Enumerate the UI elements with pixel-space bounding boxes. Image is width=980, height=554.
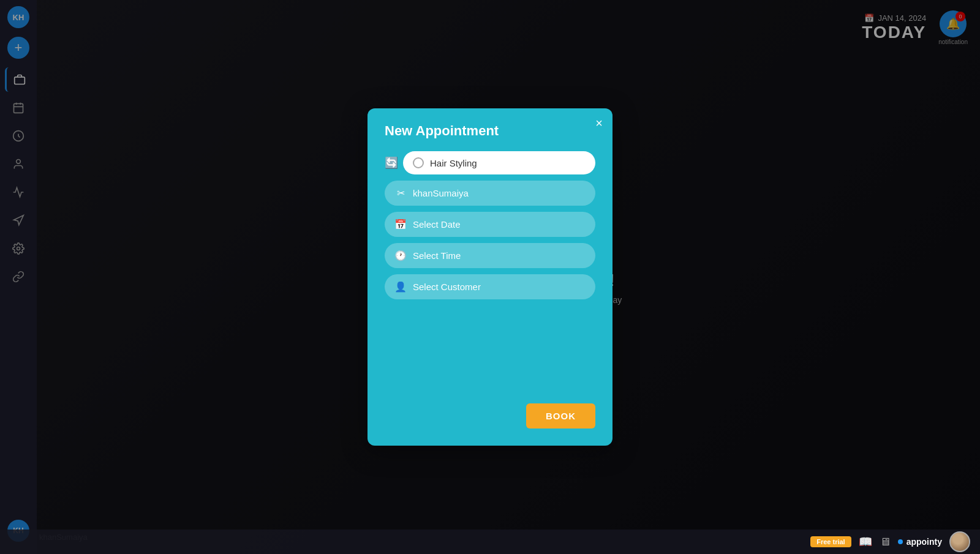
new-appointment-modal: × New Appointment 🔄 Hair Styling ✂ khanS… [368, 108, 612, 446]
modal-title: New Appointment [385, 123, 595, 139]
free-trial-badge[interactable]: Free trial [810, 536, 851, 547]
modal-backdrop: × New Appointment 🔄 Hair Styling ✂ khanS… [0, 0, 980, 554]
staff-field[interactable]: ✂ khanSumaiya [385, 181, 595, 206]
customer-placeholder: Select Customer [413, 282, 481, 292]
service-input[interactable]: Hair Styling [403, 151, 595, 174]
appointy-logo: appointy [898, 537, 942, 547]
staff-name: khanSumaiya [413, 188, 469, 198]
bottom-user-photo [949, 531, 970, 552]
service-name-text: Hair Styling [430, 158, 477, 168]
bottom-bar: Free trial 📖 🖥 appointy [0, 530, 980, 554]
help-icon[interactable]: 📖 [859, 535, 872, 548]
date-field[interactable]: 📅 Select Date [385, 212, 595, 237]
scissors-icon: ✂ [394, 187, 407, 199]
service-row: 🔄 Hair Styling [385, 151, 595, 174]
customer-field[interactable]: 👤 Select Customer [385, 274, 595, 299]
service-circle-icon [413, 157, 424, 168]
calendar-field-icon: 📅 [394, 219, 407, 230]
screen-icon[interactable]: 🖥 [880, 536, 891, 548]
modal-body: 🔄 Hair Styling ✂ khanSumaiya 📅 Select Da… [385, 151, 595, 429]
time-placeholder: Select Time [413, 250, 461, 261]
logo-text: appointy [907, 537, 942, 547]
modal-close-button[interactable]: × [595, 117, 603, 129]
date-placeholder: Select Date [413, 219, 461, 230]
clock-icon: 🕐 [394, 250, 407, 261]
book-button[interactable]: BOOK [526, 403, 595, 429]
time-field[interactable]: 🕐 Select Time [385, 243, 595, 268]
logo-dot [898, 539, 903, 544]
person-icon: 👤 [394, 281, 407, 293]
recycle-icon: 🔄 [385, 156, 398, 170]
